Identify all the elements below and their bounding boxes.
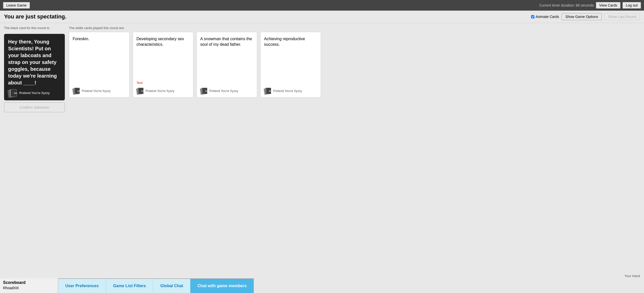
white-cards-section-label: The white cards played this round are: xyxy=(69,26,640,30)
view-cards-button[interactable]: View Cards xyxy=(596,2,620,9)
white-card-footer-0: SCI Pretend You're Xyzzy xyxy=(73,88,126,94)
show-last-round-button: Show Last Round xyxy=(604,13,640,20)
tab-chat-with-game-members[interactable]: Chat with game members xyxy=(190,279,254,293)
white-card-2[interactable]: A snowman that contains the soul of my d… xyxy=(196,32,257,98)
white-card-3[interactable]: Achieving reproductive success. SCI Pret… xyxy=(260,32,321,98)
scoreboard-player: RhoadXIII xyxy=(3,286,55,290)
white-card-text-3: Achieving reproductive success. xyxy=(264,36,317,85)
game-area: The black card for this round is: Hey th… xyxy=(4,26,640,112)
spectating-heading: You are just spectating. xyxy=(4,13,67,20)
tab-game-list-filters[interactable]: Game List Filters xyxy=(106,279,153,293)
timer-text: Current timer duration: 68 seconds xyxy=(539,3,594,7)
white-card-0[interactable]: Foreskin. SCI Pretend You're Xyzzy xyxy=(69,32,130,98)
white-deck-icon-3: SCI xyxy=(264,88,272,94)
white-deck-icon-0: SCI xyxy=(73,88,80,94)
white-deck-icon-1: SCI xyxy=(136,88,144,94)
left-column: The black card for this round is: Hey th… xyxy=(4,26,65,112)
white-card-footer-1: SCI Pretend You're Xyzzy xyxy=(136,88,190,94)
confirm-selection-button[interactable]: Confirm Selection xyxy=(4,102,65,112)
header-left: Leave Game xyxy=(3,2,30,9)
white-card-deck-name-0: Pretend You're Xyzzy xyxy=(82,89,111,93)
animate-cards-checkbox[interactable] xyxy=(531,15,534,18)
white-card-deck-name-3: Pretend You're Xyzzy xyxy=(273,89,302,93)
black-card: Hey there, Young Scientists! Put on your… xyxy=(4,34,65,100)
leave-game-button[interactable]: Leave Game xyxy=(3,2,30,9)
white-cards-column: The white cards played this round are: F… xyxy=(69,26,640,98)
black-card-text: Hey there, Young Scientists! Put on your… xyxy=(8,38,61,86)
white-card-footer-2: SCI Pretend You're Xyzzy xyxy=(200,88,253,94)
white-card-text-0: Foreskin. xyxy=(73,36,126,85)
black-card-deck-icon: SCI xyxy=(8,89,17,97)
white-card-deck-name-2: Pretend You're Xyzzy xyxy=(209,89,238,93)
white-deck-icon-2: SCI xyxy=(200,88,208,94)
main-area: The black card for this round is: Hey th… xyxy=(0,23,644,273)
black-card-deck-name: Pretend You're Xyzzy xyxy=(19,91,50,95)
header-right: Current timer duration: 68 seconds View … xyxy=(539,2,641,9)
scoreboard-column: Scoreboard RhoadXIII xyxy=(0,278,58,293)
bottom-tabs: User PreferencesGame List FiltersGlobal … xyxy=(58,278,254,293)
white-card-deck-name-1: Pretend You're Xyzzy xyxy=(146,89,174,93)
subheader-left: You are just spectating. xyxy=(4,13,67,20)
white-cards-row: Foreskin. SCI Pretend You're Xyzzy Devel… xyxy=(69,32,640,98)
show-game-options-button[interactable]: Show Game Options xyxy=(561,13,602,20)
white-card-footer-3: SCI Pretend You're Xyzzy xyxy=(264,88,317,94)
white-card-text-1: Developing secondary sex characteristics… xyxy=(136,36,190,79)
log-out-button[interactable]: Log out xyxy=(622,2,641,9)
bottom-area: Your Hand Scoreboard RhoadXIII User Pref… xyxy=(0,273,644,293)
bottom-row: Scoreboard RhoadXIII User PreferencesGam… xyxy=(0,278,644,293)
header: Leave Game Current timer duration: 68 se… xyxy=(0,0,644,11)
scoreboard-title: Scoreboard xyxy=(3,280,55,285)
white-card-error-1: Text xyxy=(136,81,190,85)
animate-cards-text: Animate Cards xyxy=(536,15,559,19)
your-hand-label: Your Hand xyxy=(0,273,644,278)
white-card-1[interactable]: Developing secondary sex characteristics… xyxy=(133,32,193,98)
black-card-footer: SCI Pretend You're Xyzzy xyxy=(8,89,61,97)
tab-global-chat[interactable]: Global Chat xyxy=(153,279,190,293)
tab-user-preferences[interactable]: User Preferences xyxy=(58,279,106,293)
subheader: You are just spectating. Animate Cards S… xyxy=(0,11,644,23)
black-card-section-label: The black card for this round is: xyxy=(4,26,65,30)
animate-cards-label[interactable]: Animate Cards xyxy=(531,15,559,19)
white-card-text-2: A snowman that contains the soul of my d… xyxy=(200,36,253,85)
subheader-right: Animate Cards Show Game Options Show Las… xyxy=(531,13,640,20)
